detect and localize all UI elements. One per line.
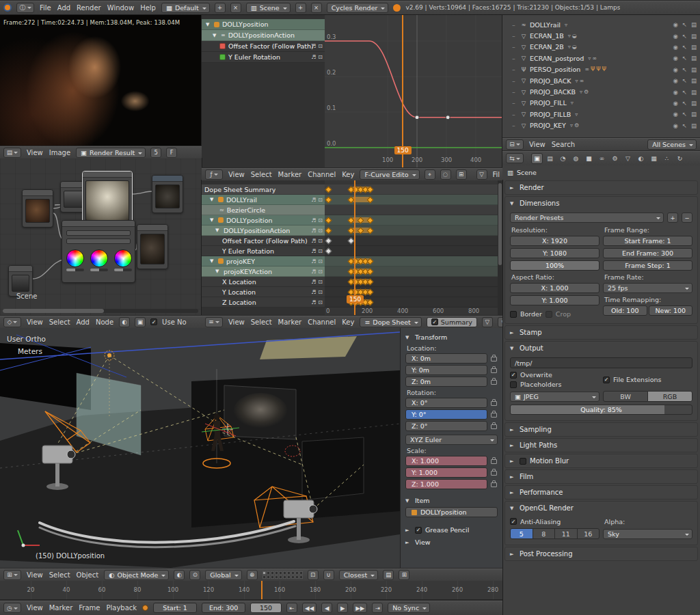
node-menu-add[interactable]: Add <box>76 318 90 326</box>
frame-step-field[interactable]: Frame Step: 1 <box>603 260 692 271</box>
lock-icon[interactable]: ⊡ <box>318 217 323 223</box>
tab-texture[interactable]: ▦ <box>648 153 660 164</box>
vp-menu-view[interactable]: View <box>26 571 44 579</box>
scale-y-field[interactable]: Y: 1.000 <box>405 467 487 478</box>
outliner-item[interactable]: –▽PROJO_FILL▿◉↖▤ <box>502 98 700 109</box>
viewport-shading-icon[interactable]: ◐ <box>174 570 185 580</box>
start-frame-field[interactable]: Start: 1 <box>153 603 197 613</box>
transform-orientation-selector[interactable]: Global <box>205 570 241 580</box>
resolution-percentage-slider[interactable]: 100% <box>510 260 600 271</box>
editor-type-info-icon[interactable]: ⓘ <box>16 3 34 13</box>
resolution-x-field[interactable]: X: 1920 <box>510 236 600 246</box>
expand-icon[interactable]: ▼ <box>215 228 221 233</box>
node-menu-view[interactable]: View <box>26 318 44 326</box>
timeline-ruler[interactable]: 20406080100120140160180200220240260280 <box>0 581 502 600</box>
tl-menu-frame[interactable]: Frame <box>78 604 100 612</box>
layer-toggle[interactable] <box>262 575 266 579</box>
graph-channel[interactable]: Y Euler Rotation♬⊡ <box>202 52 325 63</box>
add-preset-button[interactable]: + <box>667 213 678 223</box>
tl-menu-marker[interactable]: Marker <box>49 604 74 612</box>
dope-channel[interactable]: Y Location♬⊡ <box>202 287 325 297</box>
restrict-select-icon[interactable]: ↖ <box>682 55 687 62</box>
lock-icon[interactable]: ⊡ <box>318 258 323 264</box>
mute-speaker-icon[interactable]: ♬ <box>311 248 316 254</box>
dope-channel[interactable]: Dope Sheet Summary <box>202 184 325 195</box>
layer-toggle[interactable] <box>279 575 282 579</box>
tab-object[interactable]: ■ <box>583 153 595 164</box>
filter-funnel-icon[interactable]: ▽ <box>482 317 493 327</box>
mute-speaker-icon[interactable]: ♬ <box>311 238 316 244</box>
wheel-slider[interactable] <box>66 269 84 271</box>
filter-type-icon[interactable]: ▿ <box>498 317 502 327</box>
keyframe[interactable] <box>325 248 332 255</box>
summary-toggle[interactable]: ✓Summary <box>427 317 477 327</box>
panel-light-paths-header[interactable]: ► Light Paths <box>505 439 697 452</box>
node-horizontal-scrollbar[interactable] <box>3 309 198 313</box>
editor-type-image-icon[interactable]: ▤ <box>3 148 21 158</box>
restrict-render-icon[interactable]: ▤ <box>691 77 697 84</box>
tab-constraints[interactable]: ∞ <box>596 153 608 164</box>
dope-menu-select[interactable]: Select <box>250 318 273 326</box>
layer-toggle[interactable] <box>271 571 274 575</box>
layer-toggle[interactable] <box>267 571 270 575</box>
manipulator-translate-icon[interactable]: ⊕ <box>247 570 258 580</box>
node-menu-node[interactable]: Node <box>95 318 114 326</box>
tab-material[interactable]: ◐ <box>635 153 647 164</box>
tab-scene[interactable]: ◔ <box>557 153 569 164</box>
dope-channel[interactable]: ▼projoKEY♬⊡ <box>202 256 325 266</box>
restrict-view-icon[interactable]: ◉ <box>673 21 677 28</box>
layers-widget[interactable] <box>262 571 303 579</box>
image-menu-image[interactable]: Image <box>49 149 71 156</box>
color-wheel[interactable] <box>114 249 132 267</box>
graph-channel[interactable]: ▼DOLLYposition <box>202 19 325 30</box>
color-balance-node[interactable] <box>62 220 135 283</box>
panel-dimensions-header[interactable]: ▼ Dimensions <box>505 197 697 210</box>
lock-icon[interactable] <box>491 368 497 373</box>
dope-menu-key[interactable]: Key <box>341 318 355 326</box>
graph-channel[interactable]: ▼≡DOLLYpositionAction <box>202 30 325 41</box>
current-frame-badge[interactable]: 150 <box>394 146 412 154</box>
vp-menu-select[interactable]: Select <box>49 571 71 579</box>
tab-modifiers[interactable]: ⚙ <box>609 153 621 164</box>
item-panel-header[interactable]: ▼Item <box>405 495 498 506</box>
editor-type-timeline-icon[interactable]: ◷ <box>3 603 21 613</box>
graph-menu-view[interactable]: View <box>228 171 245 178</box>
snap-element-selector[interactable]: Closest <box>339 570 379 580</box>
tl-menu-view[interactable]: View <box>26 604 44 612</box>
lock-icon[interactable]: ⊡ <box>318 197 323 203</box>
node[interactable] <box>137 224 168 269</box>
dope-channel[interactable]: Offset Factor (Follow Path)♬⊡ <box>202 236 325 246</box>
layer-toggle[interactable] <box>299 571 303 575</box>
location-y-field[interactable]: Y: 0m <box>405 365 487 375</box>
editor-type-dope-icon[interactable]: ≡ <box>205 317 223 327</box>
graph-mode-selector[interactable]: F-Curve Edito <box>360 169 419 180</box>
restrict-view-icon[interactable]: ◉ <box>673 100 677 107</box>
current-frame-line[interactable] <box>261 581 262 599</box>
av-sync-selector[interactable]: No Sync <box>388 603 430 613</box>
current-frame-field[interactable]: 150 <box>250 603 282 613</box>
layer-toggle[interactable] <box>267 575 270 579</box>
tab-particles[interactable]: ∴ <box>661 153 673 164</box>
dope-channel[interactable]: X Location♬⊡ <box>202 277 325 287</box>
restrict-render-icon[interactable]: ▤ <box>691 55 697 62</box>
render-opengl-anim-icon[interactable]: ⊞ <box>399 570 409 580</box>
node-header[interactable] <box>62 221 135 227</box>
restrict-view-icon[interactable]: ◉ <box>673 111 677 118</box>
menu-file[interactable]: File <box>39 4 52 12</box>
summary-checkbox[interactable]: ✓ <box>431 318 438 325</box>
node-menu-select[interactable]: Select <box>49 318 71 326</box>
restrict-render-icon[interactable]: ▤ <box>691 111 697 118</box>
lock-icon[interactable]: ⊡ <box>318 228 323 234</box>
outliner-menu-view[interactable]: View <box>528 141 546 148</box>
dope-channel[interactable]: ▼DOLLYposition♬⊡ <box>202 215 325 226</box>
grease-pencil-panel-header[interactable]: ►✓Grease Pencil <box>405 524 498 535</box>
panel-post-processing-header[interactable]: ► Post Processing <box>505 547 697 560</box>
transform-panel-header[interactable]: ▼Transform <box>405 331 498 342</box>
tab-render[interactable]: ▣ <box>531 153 543 164</box>
restrict-render-icon[interactable]: ▤ <box>691 66 697 73</box>
keyframe[interactable] <box>325 217 332 224</box>
expand-icon[interactable]: ▼ <box>213 33 218 38</box>
panel-output-header[interactable]: ▼ Output <box>505 342 697 355</box>
tl-menu-playback[interactable]: Playback <box>105 604 137 612</box>
record-button[interactable] <box>142 605 148 611</box>
